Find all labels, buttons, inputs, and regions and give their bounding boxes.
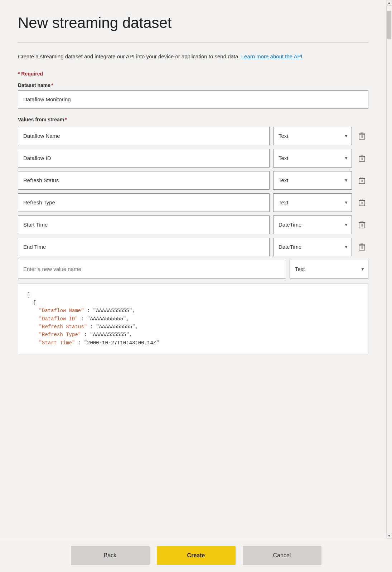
type-select-5[interactable]: Text Number DateTime Boolean [273,238,352,256]
type-select-wrapper-0: Text Number DateTime Boolean ▼ [273,127,352,145]
values-from-stream-label: Values from stream* [18,117,368,122]
new-value-input[interactable] [18,260,286,278]
footer: Back Create Cancel [0,539,392,572]
json-line-7: "Start Time" : "2000-10-27T10:43:00.14Z" [27,339,359,347]
svg-rect-24 [361,221,363,222]
scrollbar[interactable]: ▲ ▼ [386,0,392,539]
create-button[interactable]: Create [157,546,236,565]
svg-rect-11 [361,180,362,182]
content-area: New streaming dataset Create a streaming… [0,0,386,539]
svg-rect-21 [361,224,362,227]
dataset-name-input[interactable] [18,90,368,109]
trash-icon [359,243,365,251]
stream-row-4: Text Number DateTime Boolean ▼ [18,215,368,234]
back-button[interactable]: Back [71,546,150,565]
type-select-wrapper-3: Text Number DateTime Boolean ▼ [273,193,352,212]
trash-icon [359,199,365,206]
delete-row-2-button[interactable] [355,174,368,187]
delete-row-3-button[interactable] [355,196,368,209]
api-link[interactable]: Learn more about the API [241,53,303,59]
stream-name-input-2[interactable] [18,171,270,190]
svg-rect-2 [363,135,363,138]
delete-row-4-button[interactable] [355,218,368,231]
trash-icon [359,132,365,140]
json-line-4: "Dataflow ID" : "AAAAA555555", [27,315,359,323]
scroll-up-button[interactable]: ▲ [386,0,392,6]
required-note: * Required [18,71,368,77]
svg-rect-9 [361,155,363,156]
trash-icon [359,155,365,162]
svg-rect-10 [359,179,365,184]
stream-name-input-3[interactable] [18,193,270,212]
svg-rect-5 [359,156,365,161]
cancel-button[interactable]: Cancel [243,546,321,565]
type-select-1[interactable]: Text Number DateTime Boolean [273,149,352,168]
stream-row-2: Text Number DateTime Boolean ▼ [18,171,368,190]
json-line-1: [ [27,291,359,299]
svg-rect-19 [361,199,363,200]
stream-row-0: Text Number DateTime Boolean ▼ [18,127,368,145]
svg-rect-1 [361,135,362,138]
json-line-2: { [27,299,359,307]
description-text: Create a streaming dataset and integrate… [18,53,368,61]
delete-row-0-button[interactable] [355,130,368,142]
svg-rect-4 [361,132,363,134]
json-line-3: "Dataflow Name" : "AAAAA555555", [27,307,359,315]
json-line-5: "Refresh Status" : "AAAAA555555", [27,323,359,331]
scroll-down-button[interactable]: ▼ [386,533,392,539]
type-select-wrapper-5: Text Number DateTime Boolean ▼ [273,238,352,256]
type-select-wrapper-4: Text Number DateTime Boolean ▼ [273,215,352,234]
delete-row-5-button[interactable] [355,241,368,253]
svg-rect-15 [359,201,365,206]
delete-row-1-button[interactable] [355,152,368,165]
svg-rect-20 [359,223,365,228]
type-select-3[interactable]: Text Number DateTime Boolean [273,193,352,212]
main-wrapper: New streaming dataset Create a streaming… [0,0,392,539]
trash-icon [359,221,365,228]
trash-icon [359,177,365,184]
stream-name-input-5[interactable] [18,238,270,256]
new-value-type-select[interactable]: Text Number DateTime Boolean [290,260,368,278]
type-select-2[interactable]: Text Number DateTime Boolean [273,171,352,190]
page-container: New streaming dataset Create a streaming… [0,0,392,572]
stream-row-1: Text Number DateTime Boolean ▼ [18,149,368,168]
divider [18,42,368,43]
svg-rect-17 [363,202,363,204]
scrollbar-thumb[interactable] [387,11,391,39]
svg-rect-27 [363,246,363,249]
type-select-wrapper-2: Text Number DateTime Boolean ▼ [273,171,352,190]
new-value-type-wrapper: Text Number DateTime Boolean ▼ [290,260,368,278]
svg-rect-0 [359,134,365,139]
svg-rect-26 [361,246,362,249]
type-select-4[interactable]: Text Number DateTime Boolean [273,215,352,234]
svg-rect-16 [361,202,362,204]
type-select-0[interactable]: Text Number DateTime Boolean [273,127,352,145]
svg-rect-6 [361,157,362,160]
stream-row-5: Text Number DateTime Boolean ▼ [18,238,368,256]
page-title: New streaming dataset [18,14,368,31]
svg-rect-14 [361,177,363,178]
svg-rect-29 [361,243,363,244]
type-select-wrapper-1: Text Number DateTime Boolean ▼ [273,149,352,168]
svg-rect-25 [359,245,365,250]
stream-name-input-1[interactable] [18,149,270,168]
json-line-6: "Refresh Type" : "AAAAA555555", [27,331,359,339]
json-preview: [ { "Dataflow Name" : "AAAAA555555", "Da… [18,283,368,355]
stream-name-input-0[interactable] [18,127,270,145]
new-value-row: Text Number DateTime Boolean ▼ [18,260,368,278]
dataset-name-label: Dataset name* [18,82,368,88]
svg-rect-12 [363,180,363,182]
svg-rect-7 [363,157,363,160]
svg-rect-22 [363,224,363,227]
stream-row-3: Text Number DateTime Boolean ▼ [18,193,368,212]
stream-name-input-4[interactable] [18,215,270,234]
